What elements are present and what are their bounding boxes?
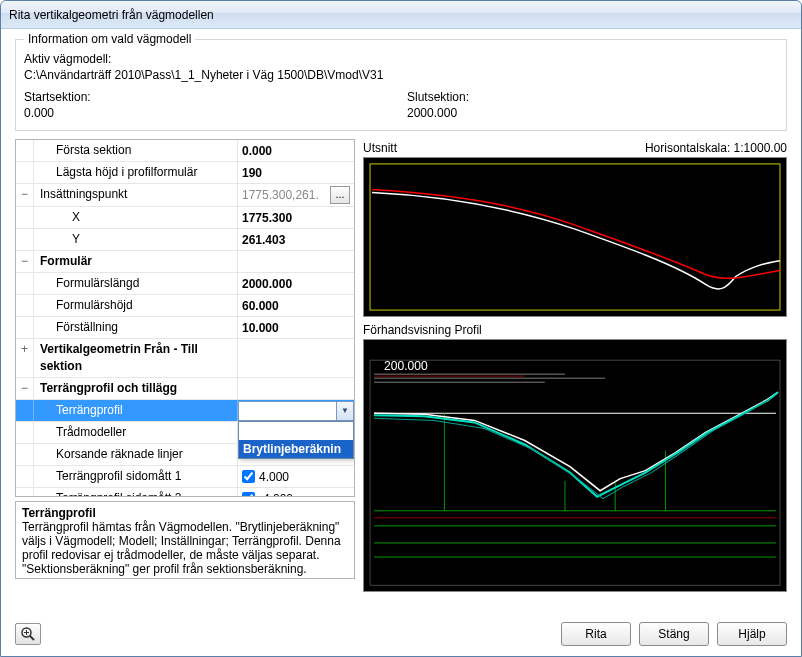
side1-cell[interactable]: 4.000 xyxy=(238,466,354,487)
combo-option-brytlinje[interactable]: Brytlinjeberäknin xyxy=(239,440,353,458)
form-section-header: Formulär xyxy=(34,251,238,272)
svg-line-18 xyxy=(30,636,34,640)
horiz-scale: Horisontalskala: 1:1000.00 xyxy=(645,141,787,155)
side2-label: Terrängprofil sidomått 2 xyxy=(34,488,238,497)
magnifier-icon xyxy=(20,626,36,642)
slutsektion-label: Slutsektion: xyxy=(407,90,778,104)
insert-point-expander[interactable]: − xyxy=(16,184,34,206)
side2-cell[interactable]: -4.000 xyxy=(238,488,354,497)
vert-expander[interactable]: + xyxy=(16,339,34,377)
svg-rect-1 xyxy=(370,360,780,585)
vert-section-header: Vertikalgeometrin Från - Till sektion xyxy=(34,339,238,377)
startsektion-label: Startsektion: xyxy=(24,90,395,104)
side2-checkbox[interactable] xyxy=(242,492,255,497)
y-value[interactable]: 261.403 xyxy=(238,229,354,250)
terrain-profile-label[interactable]: Terrängprofil xyxy=(34,400,238,421)
distortion-label: Förställning xyxy=(34,317,238,338)
terrain-expander[interactable]: − xyxy=(16,378,34,399)
combo-option-sektion[interactable]: Sektionsberäknin xyxy=(239,422,353,440)
y-label: Y xyxy=(34,229,238,250)
expander-blank xyxy=(16,140,34,161)
wire-models-label: Trådmodeller xyxy=(34,422,238,443)
form-length-label: Formulärslängd xyxy=(34,273,238,294)
side1-checkbox[interactable] xyxy=(242,470,255,483)
help-title: Terrängprofil xyxy=(22,506,348,520)
preview-plot[interactable]: 200.000 xyxy=(363,339,787,592)
form-height-label: Formulärshöjd xyxy=(34,295,238,316)
combo-dropdown-list: Sektionsberäknin Brytlinjeberäknin xyxy=(238,421,354,459)
combo-selected-text: Brytlinjeberäk xyxy=(239,402,336,420)
window-title: Rita vertikalgeometri från vägmodellen xyxy=(9,8,793,22)
draw-button[interactable]: Rita xyxy=(561,622,631,646)
utsnitt-title: Utsnitt xyxy=(363,141,397,155)
side1-label: Terrängprofil sidomått 1 xyxy=(34,466,238,487)
help-button[interactable]: Hjälp xyxy=(717,622,787,646)
chevron-down-icon[interactable]: ▼ xyxy=(336,402,353,420)
preview-title: Förhandsvisning Profil xyxy=(363,323,482,337)
terrain-profile-combo[interactable]: Brytlinjeberäk ▼ Sektionsberäknin Brytli… xyxy=(238,401,354,421)
zoom-button[interactable] xyxy=(15,623,41,645)
utsnitt-plot[interactable] xyxy=(363,157,787,317)
form-expander[interactable]: − xyxy=(16,251,34,272)
terrain-section-header: Terrängprofil och tillägg xyxy=(34,378,238,399)
x-label: X xyxy=(34,207,238,228)
svg-text:200.000: 200.000 xyxy=(384,359,428,373)
first-section-label: Första sektion xyxy=(34,140,238,161)
active-model-label: Aktiv vägmodell: xyxy=(24,52,778,66)
info-legend: Information om vald vägmodell xyxy=(24,32,195,46)
insert-point-value[interactable]: 1775.300,261.... xyxy=(238,184,354,206)
distortion-value[interactable]: 10.000 xyxy=(238,317,354,338)
property-grid[interactable]: Första sektion0.000 Lägsta höjd i profil… xyxy=(15,139,355,497)
lowest-height-label: Lägsta höjd i profilformulär xyxy=(34,162,238,183)
form-height-value[interactable]: 60.000 xyxy=(238,295,354,316)
info-groupbox: Information om vald vägmodell Aktiv vägm… xyxy=(15,39,787,131)
help-body: Terrängprofil hämtas från Vägmodellen. "… xyxy=(22,520,348,576)
x-value[interactable]: 1775.300 xyxy=(238,207,354,228)
close-button[interactable]: Stäng xyxy=(639,622,709,646)
active-model-value: C:\Användarträff 2010\Pass\1_1_Nyheter i… xyxy=(24,68,778,82)
startsektion-value: 0.000 xyxy=(24,106,395,120)
slutsektion-value: 2000.000 xyxy=(407,106,778,120)
titlebar: Rita vertikalgeometri från vägmodellen xyxy=(1,1,801,29)
first-section-value[interactable]: 0.000 xyxy=(238,140,354,161)
insert-point-label: Insättningspunkt xyxy=(34,184,238,206)
lowest-height-value[interactable]: 190 xyxy=(238,162,354,183)
form-length-value[interactable]: 2000.000 xyxy=(238,273,354,294)
help-panel: Terrängprofil Terrängprofil hämtas från … xyxy=(15,501,355,579)
crossing-lines-label: Korsande räknade linjer xyxy=(34,444,238,465)
insert-point-browse-button[interactable]: ... xyxy=(330,186,350,204)
